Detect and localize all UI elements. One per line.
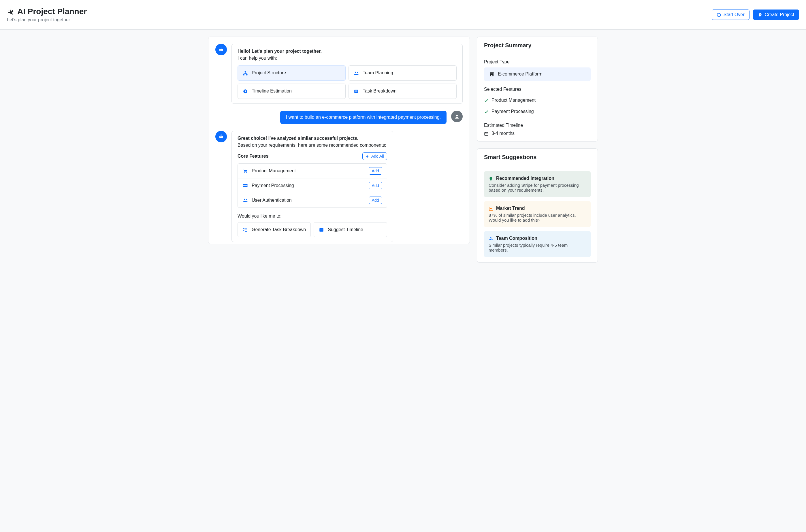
core-features-header: Core Features Add All	[238, 152, 387, 160]
rocket-icon	[758, 12, 763, 17]
users-icon	[242, 197, 248, 203]
svg-rect-5	[243, 74, 245, 76]
suggestion-title-text: Market Trend	[496, 206, 525, 211]
feature-item-left: Payment Processing	[242, 183, 294, 188]
project-summary-title: Project Summary	[477, 37, 598, 54]
selected-feature-label: Product Management	[491, 98, 536, 103]
suggestion-item[interactable]: Recommended Integration Consider adding …	[484, 171, 591, 197]
robot-icon	[218, 46, 224, 53]
suggestion-item[interactable]: Team Composition Similar projects typica…	[484, 231, 591, 257]
calendar-icon	[484, 131, 489, 136]
option-generate-task-breakdown[interactable]: Generate Task Breakdown	[238, 222, 311, 238]
svg-rect-19	[243, 185, 248, 186]
svg-point-7	[355, 72, 357, 73]
option-team-planning[interactable]: Team Planning	[349, 65, 456, 81]
svg-point-16	[244, 172, 245, 173]
option-project-structure[interactable]: Project Structure	[238, 65, 345, 81]
bot-analysis-line1: Great choice! I've analyzed similar succ…	[238, 136, 387, 141]
user-message-text: I want to build an e-commerce platform w…	[286, 115, 441, 120]
svg-point-24	[490, 237, 491, 238]
option-label: Task Breakdown	[363, 89, 396, 94]
feature-label: Payment Processing	[252, 183, 294, 188]
selected-feature-item: Payment Processing	[484, 106, 591, 117]
smart-suggestions-card: Smart Suggestions Recommended Integratio…	[477, 148, 598, 263]
feature-item: Product Management Add	[238, 164, 387, 178]
bot-avatar	[215, 44, 227, 55]
svg-point-2	[221, 50, 222, 51]
header-actions: Start Over Create Project	[712, 10, 799, 20]
sitemap-icon	[242, 70, 248, 76]
smart-suggestions-body: Recommended Integration Consider adding …	[477, 166, 598, 262]
svg-rect-0	[219, 49, 223, 51]
selected-feature-label: Payment Processing	[491, 109, 534, 114]
svg-point-1	[220, 50, 221, 51]
action-options: Generate Task Breakdown Suggest Timeline	[238, 222, 387, 238]
header-left: AI Project Planner Let's plan your proje…	[7, 7, 87, 22]
svg-point-21	[246, 199, 247, 200]
add-all-button[interactable]: Add All	[362, 152, 387, 160]
option-label: Team Planning	[363, 70, 393, 76]
project-type-pill: E-commerce Platform	[484, 68, 591, 81]
option-suggest-timeline[interactable]: Suggest Timeline	[314, 222, 387, 238]
svg-point-20	[244, 199, 246, 200]
svg-point-3	[221, 48, 222, 49]
calendar-icon	[319, 227, 324, 232]
user-avatar	[451, 111, 463, 122]
option-label: Suggest Timeline	[328, 227, 363, 232]
suggestion-title: Recommended Integration	[489, 176, 586, 181]
user-bubble: I want to build an e-commerce platform w…	[280, 111, 447, 124]
plus-icon	[365, 154, 369, 158]
svg-point-14	[221, 137, 222, 137]
add-feature-button[interactable]: Add	[369, 167, 382, 175]
chart-line-icon	[489, 206, 493, 211]
selected-features-section: Selected Features Product Management Pay…	[484, 87, 591, 117]
svg-rect-12	[219, 136, 223, 138]
clock-icon	[242, 89, 248, 94]
option-label: Timeline Estimation	[252, 89, 292, 94]
bot-help-text: I can help you with:	[238, 56, 456, 61]
project-summary-body: Project Type E-commerce Platform Selecte…	[477, 54, 598, 141]
project-summary-card: Project Summary Project Type E-commerce …	[477, 37, 598, 141]
project-type-section: Project Type E-commerce Platform	[484, 59, 591, 81]
smart-suggestions-title: Smart Suggestions	[477, 149, 598, 166]
svg-point-8	[357, 72, 358, 73]
feature-label: User Authentication	[252, 198, 292, 203]
suggestion-item[interactable]: Market Trend 87% of similar projects inc…	[484, 201, 591, 227]
feature-item-left: Product Management	[242, 168, 296, 173]
add-all-label: Add All	[371, 154, 384, 158]
svg-point-17	[246, 172, 247, 173]
app-header: AI Project Planner Let's plan your proje…	[0, 0, 806, 30]
option-task-breakdown[interactable]: Task Breakdown	[349, 83, 456, 99]
check-icon	[484, 109, 489, 114]
create-project-label: Create Project	[765, 12, 794, 17]
user-icon	[454, 113, 460, 119]
bot-greeting: Hello! Let's plan your project together.	[238, 49, 456, 54]
check-icon	[484, 98, 489, 103]
project-type-value: E-commerce Platform	[498, 72, 543, 77]
suggestion-body: Similar projects typically require 4-5 t…	[489, 243, 586, 252]
suggestion-title-text: Team Composition	[496, 236, 537, 241]
bot-bubble: Hello! Let's plan your project together.…	[231, 44, 463, 104]
option-timeline-estimation[interactable]: Timeline Estimation	[238, 83, 345, 99]
feature-item-left: User Authentication	[242, 197, 292, 203]
sidebar: Project Summary Project Type E-commerce …	[477, 37, 598, 263]
suggestion-title: Team Composition	[489, 236, 586, 241]
option-label: Generate Task Breakdown	[252, 227, 306, 232]
lightbulb-icon	[489, 176, 493, 181]
svg-point-25	[491, 238, 492, 238]
credit-card-icon	[242, 183, 248, 188]
svg-rect-6	[246, 74, 248, 76]
add-feature-button[interactable]: Add	[369, 196, 382, 204]
start-over-label: Start Over	[724, 12, 745, 17]
shop-icon	[489, 72, 494, 77]
bot-prompt-text: Would you like me to:	[238, 213, 387, 219]
users-icon	[353, 70, 359, 76]
create-project-button[interactable]: Create Project	[753, 10, 799, 20]
add-feature-button[interactable]: Add	[369, 182, 382, 189]
timeline-section: Estimated Timeline 3-4 months	[484, 123, 591, 136]
suggestion-body: Consider adding Stripe for payment proce…	[489, 183, 586, 192]
start-over-button[interactable]: Start Over	[712, 10, 750, 20]
suggestion-title: Market Trend	[489, 206, 586, 211]
list-check-icon	[242, 227, 248, 232]
timeline-row: 3-4 months	[484, 131, 591, 136]
